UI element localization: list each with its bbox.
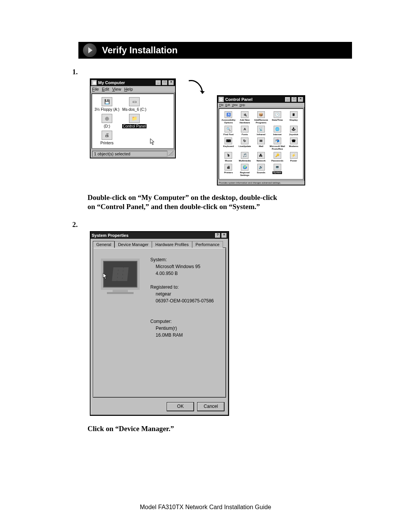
cancel-button[interactable]: Cancel xyxy=(197,402,225,411)
applet-icon: 💻 xyxy=(274,164,281,171)
menu-file[interactable]: File xyxy=(219,104,223,106)
maximize-button[interactable]: □ xyxy=(162,80,168,86)
tab-hardware-profiles[interactable]: Hardware Profiles xyxy=(152,241,192,248)
ok-button[interactable]: OK xyxy=(167,402,194,411)
applet-label: Printers xyxy=(224,171,233,174)
applet-icon: 🔍 xyxy=(225,126,232,133)
control-panel-item[interactable]: 📬Microsoft Mail Postoffice xyxy=(269,137,285,150)
control-panel-icon[interactable]: 📁 Control Panel xyxy=(122,114,147,128)
tab-panel-general: System: Microsoft Windows 95 4.00.950 B … xyxy=(93,248,226,398)
control-panel-titlebar: ⚙ Control Panel _ □ × xyxy=(218,96,304,103)
control-panel-item[interactable]: 📦Add/Remove Programs xyxy=(253,111,269,124)
applet-icon: 🖨 xyxy=(225,164,232,171)
control-panel-window: ⚙ Control Panel _ □ × File Edit View Hel… xyxy=(217,95,305,185)
applet-icon: ⌨ xyxy=(225,137,232,144)
printers-folder-icon[interactable]: 🖨 Printers xyxy=(94,131,119,145)
applet-icon: ☎ xyxy=(290,137,298,144)
floppy-drive-icon[interactable]: 💾 3½ Floppy (A:) xyxy=(94,97,119,112)
my-computer-title: My Computer xyxy=(98,80,155,85)
c-drive-icon[interactable]: ▭ Ms-dos_6 (C:) xyxy=(122,97,147,112)
section-header-bar: Verify Installation xyxy=(78,42,352,59)
minimize-button[interactable]: _ xyxy=(285,97,291,102)
step-2-instruction: Click on “Device Manager.” xyxy=(88,424,285,433)
my-computer-window: 🖥 My Computer _ □ × File Edit View Help … xyxy=(90,78,176,158)
control-panel-statusbar: Provides system information and changes … xyxy=(218,181,304,185)
applet-label: Microsoft Mail Postoffice xyxy=(269,145,285,150)
step-1-instruction: Double-click on “My Computer” on the des… xyxy=(88,193,285,211)
tab-performance[interactable]: Performance xyxy=(192,241,223,248)
applet-label: LiveUpdate xyxy=(239,145,251,148)
menu-help[interactable]: Help xyxy=(124,87,133,91)
menu-edit[interactable]: Edit xyxy=(225,104,230,106)
close-button[interactable]: × xyxy=(168,80,174,86)
help-button[interactable]: ? xyxy=(215,233,221,238)
control-panel-item[interactable]: 💻System xyxy=(269,164,285,177)
control-panel-item[interactable]: 🔊Sounds xyxy=(253,164,269,177)
tab-general[interactable]: General xyxy=(93,241,115,248)
d-drive-icon[interactable]: ◎ (D:) xyxy=(94,114,119,128)
control-panel-item[interactable]: 🌐Internet xyxy=(269,126,285,136)
applet-icon: 🌐 xyxy=(274,126,281,133)
control-panel-item[interactable]: 📡Infrared xyxy=(253,126,269,136)
floppy-icon: 💾 xyxy=(102,97,112,106)
control-panel-label: Control Panel xyxy=(122,124,147,128)
applet-label: Add New Hardware xyxy=(237,119,253,124)
menu-view[interactable]: View xyxy=(232,104,237,106)
computer-icon: 🖥 xyxy=(91,80,97,85)
control-panel-item[interactable]: 🎵Multimedia xyxy=(237,152,253,162)
control-panel-item[interactable]: 🖥Display xyxy=(286,111,301,124)
control-panel-item[interactable]: ⚡Power xyxy=(286,152,301,162)
step-1-number: 1. xyxy=(72,68,352,76)
menu-file[interactable]: File xyxy=(92,87,99,91)
menu-help[interactable]: Help xyxy=(239,104,245,106)
control-panel-item[interactable]: 🔍Find Fast xyxy=(221,126,236,136)
system-label: System: xyxy=(150,256,214,263)
applet-label: Mail xyxy=(259,145,263,148)
applet-icon: 🎵 xyxy=(241,152,249,159)
tab-device-manager[interactable]: Device Manager xyxy=(115,241,152,248)
control-panel-item[interactable]: ♿Accessibility Options xyxy=(221,111,236,124)
applet-icon: A xyxy=(241,126,249,133)
page-footer: Model FA310TX Network Card Installation … xyxy=(0,504,411,511)
applet-label: Power xyxy=(290,160,297,162)
resize-grip-icon[interactable] xyxy=(168,151,174,156)
applet-label: Internet xyxy=(273,133,282,136)
applet-label: Keyboard xyxy=(223,145,234,148)
applet-label: Accessibility Options xyxy=(221,119,236,124)
control-panel-item[interactable]: 🖨Printers xyxy=(221,164,236,177)
printer-icon: 🖨 xyxy=(102,131,112,140)
control-panel-item[interactable]: AFonts xyxy=(237,126,253,136)
control-panel-item[interactable]: 🔌Add New Hardware xyxy=(237,111,253,124)
applet-icon: ↻ xyxy=(241,137,249,144)
control-panel-item[interactable]: 🕒Date/Time xyxy=(269,111,285,124)
maximize-button[interactable]: □ xyxy=(291,97,297,102)
computer-cpu: Pentium(r) xyxy=(150,325,214,332)
control-panel-item[interactable]: ↻LiveUpdate xyxy=(237,137,253,150)
control-panel-item[interactable]: 🖧Network xyxy=(253,152,269,162)
minimize-button[interactable]: _ xyxy=(155,80,161,86)
control-panel-item[interactable]: ☎Modems xyxy=(286,137,301,150)
control-panel-item[interactable]: ⌨Keyboard xyxy=(221,137,236,150)
control-panel-client: ♿Accessibility Options🔌Add New Hardware📦… xyxy=(218,108,304,180)
windows-flag-icon xyxy=(112,267,129,281)
control-panel-item[interactable]: ✉Mail xyxy=(253,137,269,150)
menu-edit[interactable]: Edit xyxy=(102,87,109,91)
printers-label: Printers xyxy=(100,141,113,145)
drive-icon: ▭ xyxy=(129,97,140,106)
applet-icon: 🌍 xyxy=(241,164,249,171)
applet-icon: ⚡ xyxy=(290,152,298,159)
applet-icon: 🔌 xyxy=(241,111,249,118)
system-info: System: Microsoft Windows 95 4.00.950 B … xyxy=(150,256,214,378)
applet-label: Network xyxy=(256,160,266,162)
control-panel-item[interactable]: 🕹Joystick xyxy=(286,126,301,136)
applet-icon: 📬 xyxy=(274,137,281,144)
control-panel-item[interactable]: 🖱Mouse xyxy=(221,152,236,162)
control-panel-item[interactable]: 🔑Passwords xyxy=(269,152,285,162)
close-button[interactable]: × xyxy=(298,97,304,102)
my-computer-statusbar: 1 object(s) selected xyxy=(91,150,175,158)
menu-view[interactable]: View xyxy=(112,87,121,91)
control-panel-item[interactable]: 🌍Regional Settings xyxy=(237,164,253,177)
registered-label: Registered to: xyxy=(150,284,214,291)
my-computer-titlebar: 🖥 My Computer _ □ × xyxy=(91,79,175,86)
close-button[interactable]: × xyxy=(221,233,227,238)
